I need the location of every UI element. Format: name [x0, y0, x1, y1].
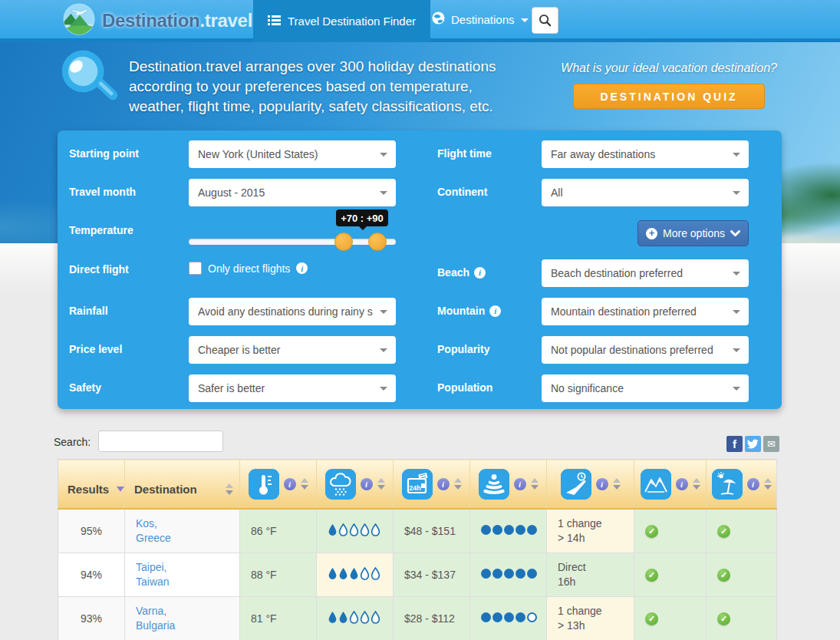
beach-select[interactable]: Beach destination preferred	[542, 259, 749, 287]
results-column-header[interactable]: Results	[58, 460, 125, 510]
hero-question: What is your ideal vacation destination?	[561, 61, 777, 75]
price-level-select[interactable]: Cheaper is better	[189, 336, 396, 364]
flight-time-select[interactable]: Far away destinations	[542, 140, 749, 168]
droplet-icon	[371, 611, 380, 624]
sort-arrows[interactable]	[693, 478, 700, 490]
sort-arrows[interactable]	[531, 478, 539, 490]
email-share-icon[interactable]: ✉	[763, 436, 779, 452]
temperature-slider-handle-low[interactable]	[334, 233, 353, 251]
hero-line-2: according to your preferences based on t…	[129, 77, 535, 97]
table-header-row: Results Destination	[58, 460, 777, 510]
flight-changes: Direct	[558, 560, 634, 575]
travel-month-select[interactable]: August - 2015	[189, 179, 396, 206]
info-icon[interactable]: i	[474, 267, 486, 279]
flight-cell: 1 change > 13h	[547, 597, 634, 640]
population-select[interactable]: No significance	[542, 374, 749, 402]
droplet-icon	[328, 523, 338, 536]
travel-month-label: Travel month	[69, 186, 136, 198]
chevron-down-icon	[380, 387, 387, 391]
destination-country-link[interactable]: Taiwan	[136, 575, 239, 589]
info-icon[interactable]: i	[676, 478, 688, 490]
rainfall-select[interactable]: Avoid any destinations during rainy s	[189, 298, 396, 325]
temperature-column-header[interactable]: i	[240, 460, 317, 510]
rainfall-rating-cell	[317, 553, 394, 597]
flight-cell: Direct 16h	[547, 553, 634, 597]
beach-rating-column-header[interactable]: i	[470, 460, 547, 510]
more-options-button[interactable]: + More options	[637, 220, 749, 246]
info-icon[interactable]: i	[489, 305, 501, 317]
safety-label: Safety	[69, 381, 101, 394]
tab-travel-destination-finder[interactable]: Travel Destination Finder	[253, 0, 430, 42]
brand-logo[interactable]: Destination.travel	[63, 3, 252, 38]
price-level-value: Cheaper is better	[198, 344, 376, 356]
search-icon	[539, 14, 552, 27]
popularity-label: Popularity	[437, 343, 489, 355]
brand-suffix-text: .travel	[199, 10, 252, 31]
safety-select[interactable]: Safer is better	[189, 374, 396, 402]
beach-sun-column-header[interactable]: i	[707, 460, 777, 510]
temperature-slider-track[interactable]	[189, 239, 396, 245]
rating-dot-icon	[492, 612, 502, 622]
destination-quiz-button[interactable]: DESTINATION QUIZ	[573, 84, 765, 109]
results-header-label: Results	[68, 483, 109, 496]
facebook-share-icon[interactable]: f	[726, 436, 743, 452]
mountain-select[interactable]: Mountain destination preferred	[542, 298, 749, 325]
info-icon[interactable]: i	[296, 262, 308, 274]
navbar-search-button[interactable]	[532, 7, 558, 34]
mountain-label-row: Mountain i	[437, 305, 501, 317]
temperature-range-tooltip: +70 : +90	[336, 209, 388, 226]
info-icon[interactable]: i	[437, 478, 450, 490]
thermometer-icon	[249, 469, 279, 500]
temperature-slider-handle-high[interactable]	[368, 233, 387, 251]
continent-select[interactable]: All	[542, 179, 749, 206]
sort-arrows[interactable]	[613, 478, 621, 490]
info-icon[interactable]: i	[596, 478, 608, 490]
table-search-input[interactable]	[98, 431, 223, 452]
info-icon[interactable]: i	[514, 478, 526, 490]
sort-arrows[interactable]	[301, 478, 308, 490]
sort-arrows[interactable]	[377, 478, 385, 490]
table-row: 94% Taipei, Taiwan 88 °F $34 - $137 Dire…	[58, 553, 777, 597]
droplet-icon	[360, 611, 370, 624]
sort-arrows[interactable]	[454, 478, 462, 490]
starting-point-select[interactable]: New York (United States)	[189, 140, 396, 168]
info-icon[interactable]: i	[284, 478, 296, 490]
rainfall-column-header[interactable]: i	[317, 460, 394, 510]
check-circle-icon: ✓	[717, 612, 730, 625]
sort-arrows[interactable]	[764, 478, 772, 490]
info-icon[interactable]: i	[361, 478, 373, 490]
popularity-select[interactable]: Not popular destinations preferred	[542, 336, 749, 364]
mountain-column-header[interactable]: i	[634, 460, 707, 510]
rating-dot-icon	[504, 569, 514, 579]
destination-cell: Taipei, Taiwan	[125, 553, 240, 597]
sort-arrows[interactable]	[226, 483, 233, 495]
mountain-ok-cell: ✓	[634, 597, 707, 640]
hero-line-1: Destination.travel arranges over 300 hol…	[129, 57, 535, 77]
rating-dot-icon	[527, 612, 537, 622]
beach-rating-cell	[470, 597, 547, 640]
info-icon[interactable]: i	[747, 478, 759, 490]
rating-dot-icon	[504, 525, 514, 535]
flight-time-column-header[interactable]: i	[547, 460, 634, 510]
destination-city-link[interactable]: Taipei,	[136, 560, 239, 575]
plus-icon: +	[646, 228, 657, 239]
only-direct-flights-checkbox[interactable]	[189, 262, 202, 275]
starting-point-label: Starting point	[69, 147, 139, 160]
destination-cell: Kos, Greece	[125, 509, 240, 553]
twitter-share-icon[interactable]	[745, 436, 761, 452]
nav-destinations-dropdown[interactable]: Destinations	[424, 0, 536, 38]
brand-wordmark: Destination.travel	[102, 10, 252, 31]
destination-country-link[interactable]: Bulgaria	[136, 619, 239, 633]
destination-column-header[interactable]: Destination	[125, 460, 240, 510]
rating-dot-icon	[516, 525, 525, 535]
destination-country-link[interactable]: Greece	[136, 531, 239, 546]
destination-city-link[interactable]: Varna,	[136, 604, 239, 619]
result-percent: 95%	[58, 509, 125, 553]
chevron-down-icon	[380, 348, 387, 352]
price-column-header[interactable]: 24h i	[394, 460, 470, 510]
list-icon	[268, 15, 281, 28]
beach-umbrella-sun-icon	[712, 469, 743, 500]
destination-city-link[interactable]: Kos,	[136, 516, 239, 531]
droplet-icon	[371, 567, 380, 580]
flight-time-value: Far away destinations	[551, 148, 729, 160]
